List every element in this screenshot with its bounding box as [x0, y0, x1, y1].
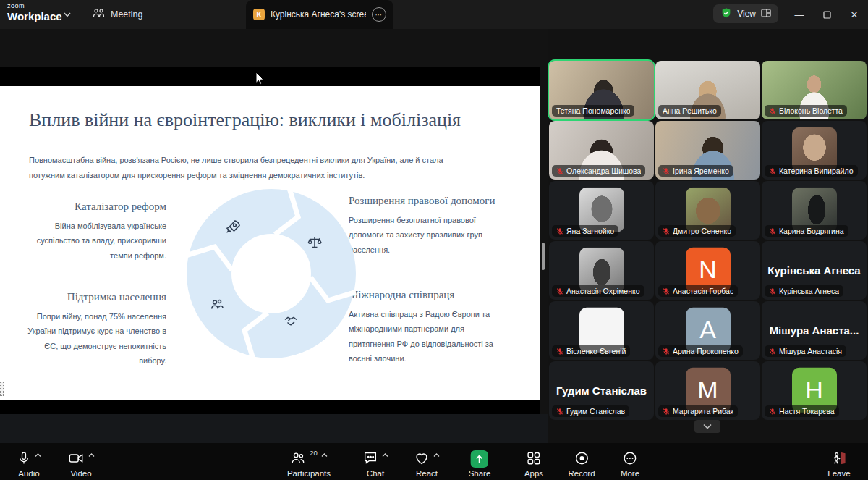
muted-mic-icon [769, 287, 776, 295]
audio-button[interactable]: Audio [17, 450, 41, 478]
participant-name-badge: Арина Прокопенко [658, 345, 743, 357]
view-button[interactable]: View [713, 4, 778, 23]
participant-tile[interactable]: Карина Бодрягина [762, 181, 867, 240]
tab-options-ellipsis-icon[interactable]: ⋯ [372, 7, 386, 22]
video-label: Video [70, 469, 91, 478]
participant-tile[interactable]: Дмитро Сененко [655, 181, 760, 240]
share-screen-icon [471, 450, 488, 468]
video-button[interactable]: Video [67, 450, 95, 478]
audio-options-chevron[interactable] [35, 453, 41, 458]
shared-screen-bottom-strip [0, 414, 548, 443]
apps-icon [526, 450, 542, 466]
muted-mic-icon [556, 408, 563, 416]
participant-tile[interactable]: Гудим СтаніславГудим Станіслав [549, 361, 654, 420]
chat-icon [362, 450, 378, 466]
participants-button[interactable]: 20 Participants [287, 450, 331, 478]
section-heading: Каталізатор реформ [22, 201, 166, 213]
participant-name: Яна Загнойко [566, 227, 614, 235]
presentation-slide: Вплив війни на євроінтеграцію: виклики і… [0, 86, 540, 400]
chat-button[interactable]: Chat [362, 450, 388, 478]
participant-tile[interactable]: MМаргарита Рибак [655, 361, 760, 420]
participant-name-badge: Маргарита Рибак [658, 405, 738, 417]
participant-name-badge: Білоконь Віолетта [765, 105, 847, 117]
muted-mic-icon [556, 348, 563, 355]
participant-tile[interactable]: Яна Загнойко [549, 181, 654, 240]
participant-tile[interactable]: Катерина Випирайло [762, 121, 867, 180]
slide-section-population-support: Підтримка населення Попри війну, понад 7… [22, 291, 166, 368]
scrollbar-thumb[interactable] [542, 243, 545, 270]
view-layout-icon [761, 9, 771, 20]
panel-drag-handle[interactable] [0, 382, 4, 396]
participant-name-badge: Карина Бодрягина [765, 225, 848, 237]
shared-screen-tab-icon: K [253, 9, 265, 20]
participant-tile[interactable]: AАрина Прокопенко [655, 301, 760, 360]
chevron-down-icon[interactable] [64, 10, 71, 19]
close-button[interactable]: ✕ [841, 0, 868, 29]
muted-mic-icon [663, 227, 670, 235]
leave-label: Leave [827, 469, 850, 478]
apps-button[interactable]: Apps [524, 450, 543, 478]
participant-tile[interactable]: Олександра Шишова [549, 121, 654, 180]
muted-mic-icon [556, 167, 563, 175]
share-button[interactable]: Share [469, 450, 491, 478]
tab-meeting-label: Meeting [111, 9, 142, 20]
participant-name: Карина Бодрягина [779, 227, 844, 235]
participant-tile[interactable]: Анна Решитько [655, 61, 760, 119]
meeting-people-icon [93, 8, 105, 21]
minimize-button[interactable]: — [786, 0, 813, 29]
heart-icon [414, 450, 430, 466]
slide-section-international-cooperation: Міжнародна співпраця Активна співпраця з… [349, 289, 504, 366]
muted-mic-icon [663, 408, 670, 416]
leave-button[interactable]: Leave [827, 450, 850, 478]
audio-label: Audio [18, 469, 39, 478]
muted-mic-icon [663, 348, 670, 355]
tab-meeting[interactable]: Meeting [93, 0, 142, 29]
react-button[interactable]: React [414, 450, 440, 478]
participant-name-badge: Ірина Яременко [658, 165, 733, 177]
chat-options-chevron[interactable] [382, 453, 388, 458]
participant-name: Мішура Анастасія [779, 347, 842, 355]
apps-label: Apps [524, 469, 543, 478]
section-heading: Підтримка населення [22, 291, 166, 303]
participant-name: Ірина Яременко [673, 167, 729, 175]
video-options-chevron[interactable] [88, 453, 95, 458]
participant-tile[interactable]: Вісленко Євгеній [549, 301, 654, 360]
react-options-chevron[interactable] [433, 453, 440, 458]
participant-name-badge: Анастасія Охріменко [552, 285, 644, 297]
mouse-cursor-icon [255, 72, 265, 88]
participant-tile[interactable]: Тетяна Пономаренко [549, 61, 654, 119]
participant-tile[interactable]: ННастя Токарєва [762, 361, 867, 420]
zoom-window: zoom Workplace Meeting K Курінська Агнес… [0, 0, 868, 480]
leave-door-icon [830, 450, 848, 466]
participant-name-badge: Анна Решитько [658, 105, 721, 117]
participant-tile[interactable]: Курінська АгнесаКурінська Агнеса [762, 241, 867, 300]
section-body: Попри війну, понад 75% населення України… [22, 309, 166, 368]
participant-name: Катерина Випирайло [779, 167, 854, 175]
participant-name-badge: Тетяна Пономаренко [552, 105, 634, 117]
slide-section-legal-aid: Розширення правової допомоги Розширення … [349, 195, 504, 257]
participant-tile[interactable]: Ірина Яременко [655, 121, 760, 180]
section-heading: Міжнародна співпраця [349, 289, 504, 301]
gallery-scroll-down-button[interactable] [694, 420, 720, 433]
participant-tile[interactable]: Білоконь Віолетта [762, 61, 867, 119]
participant-tile[interactable]: Мішура Анаста...Мішура Анастасія [762, 301, 867, 360]
participants-options-chevron[interactable] [321, 453, 328, 458]
more-button[interactable]: More [621, 450, 639, 478]
participant-tile[interactable]: Анастасія Охріменко [549, 241, 654, 300]
record-button[interactable]: Record [568, 450, 595, 478]
maximize-button[interactable] [813, 0, 841, 29]
tab-shared-screen[interactable]: K Курінська Агнеса's screen ⋯ [246, 0, 393, 29]
share-label: Share [469, 469, 491, 478]
participant-tile[interactable]: NАнастасія Горбас [655, 241, 760, 300]
participant-name: Анастасія Охріменко [566, 287, 640, 295]
participant-name-badge: Анастасія Горбас [658, 285, 738, 297]
participant-name: Олександра Шишова [566, 167, 641, 175]
participants-count-badge: 20 [310, 449, 318, 457]
participant-name: Білоконь Віолетта [779, 106, 843, 115]
muted-mic-icon [769, 348, 776, 355]
participants-label: Participants [287, 469, 331, 478]
muted-mic-icon [663, 167, 670, 175]
more-ellipsis-icon [622, 450, 638, 466]
participant-name-badge: Курінська Агнеса [765, 285, 843, 297]
react-label: React [416, 469, 438, 478]
